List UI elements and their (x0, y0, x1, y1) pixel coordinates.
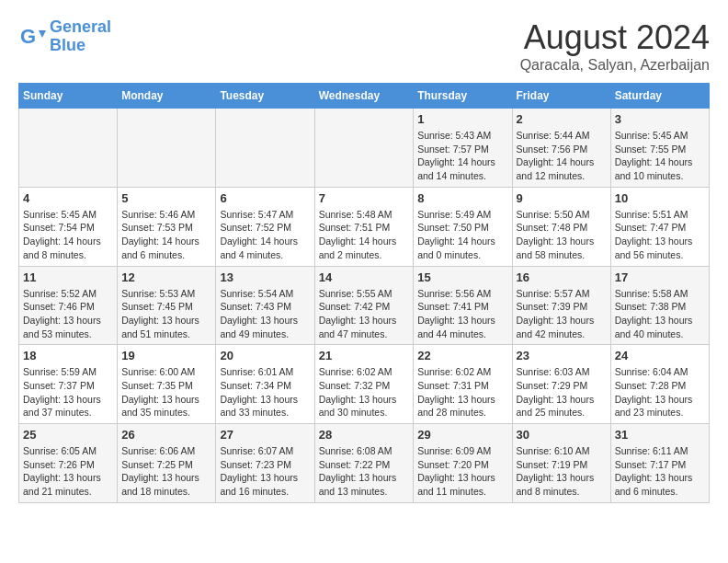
day-number: 20 (220, 349, 310, 362)
calendar-week-row: 11Sunrise: 5:52 AMSunset: 7:46 PMDayligh… (19, 266, 710, 345)
day-number: 22 (417, 349, 507, 362)
weekday-header: Thursday (414, 84, 512, 109)
calendar-day-cell: 31Sunrise: 6:11 AMSunset: 7:17 PMDayligh… (610, 424, 709, 503)
calendar-day-cell: 25Sunrise: 6:05 AMSunset: 7:26 PMDayligh… (19, 424, 118, 503)
calendar-body: 1Sunrise: 5:43 AMSunset: 7:57 PMDaylight… (19, 109, 710, 503)
day-number: 18 (23, 349, 113, 362)
weekday-header: Saturday (610, 84, 709, 109)
day-number: 15 (417, 270, 507, 284)
calendar-day-cell: 10Sunrise: 5:51 AMSunset: 7:47 PMDayligh… (610, 187, 709, 266)
calendar-day-cell: 27Sunrise: 6:07 AMSunset: 7:23 PMDayligh… (216, 424, 314, 503)
svg-text:G: G (20, 25, 36, 48)
day-number: 23 (517, 349, 607, 362)
calendar-day-cell: 15Sunrise: 5:56 AMSunset: 7:41 PMDayligh… (414, 266, 512, 345)
calendar-day-cell: 28Sunrise: 6:08 AMSunset: 7:22 PMDayligh… (314, 424, 414, 503)
day-info: Sunrise: 6:10 AMSunset: 7:19 PMDaylight:… (517, 444, 607, 499)
calendar-day-cell: 14Sunrise: 5:55 AMSunset: 7:42 PMDayligh… (314, 266, 414, 345)
day-number: 1 (417, 112, 507, 126)
day-info: Sunrise: 6:05 AMSunset: 7:26 PMDaylight:… (23, 444, 113, 499)
day-info: Sunrise: 6:01 AMSunset: 7:34 PMDaylight:… (220, 365, 310, 419)
day-info: Sunrise: 6:09 AMSunset: 7:20 PMDaylight:… (417, 444, 507, 499)
day-number: 7 (319, 191, 410, 205)
calendar-day-cell: 17Sunrise: 5:58 AMSunset: 7:38 PMDayligh… (610, 266, 709, 345)
logo-icon: G (18, 23, 46, 51)
day-info: Sunrise: 6:08 AMSunset: 7:22 PMDaylight:… (319, 444, 410, 499)
calendar-day-cell: 13Sunrise: 5:54 AMSunset: 7:43 PMDayligh… (216, 266, 314, 345)
weekday-header: Sunday (19, 84, 118, 109)
day-info: Sunrise: 5:58 AMSunset: 7:38 PMDaylight:… (615, 287, 705, 341)
weekday-header-row: SundayMondayTuesdayWednesdayThursdayFrid… (19, 84, 710, 109)
day-number: 31 (615, 428, 705, 442)
day-number: 6 (220, 191, 310, 205)
month-year: August 2024 (520, 18, 710, 57)
day-info: Sunrise: 5:57 AMSunset: 7:39 PMDaylight:… (517, 287, 607, 341)
weekday-header: Monday (118, 84, 216, 109)
day-info: Sunrise: 5:56 AMSunset: 7:41 PMDaylight:… (417, 287, 507, 341)
calendar-day-cell: 8Sunrise: 5:49 AMSunset: 7:50 PMDaylight… (414, 187, 512, 266)
svg-marker-1 (39, 30, 46, 38)
day-info: Sunrise: 6:11 AMSunset: 7:17 PMDaylight:… (615, 444, 705, 499)
calendar-day-cell: 24Sunrise: 6:04 AMSunset: 7:28 PMDayligh… (610, 345, 709, 424)
weekday-header: Friday (512, 84, 610, 109)
calendar-day-cell: 9Sunrise: 5:50 AMSunset: 7:48 PMDaylight… (512, 187, 610, 266)
logo-text: General Blue (50, 18, 111, 55)
day-number: 13 (220, 270, 310, 284)
day-number: 14 (319, 270, 410, 284)
day-number: 30 (517, 428, 607, 442)
day-info: Sunrise: 5:47 AMSunset: 7:52 PMDaylight:… (220, 208, 310, 262)
calendar-day-cell: 21Sunrise: 6:02 AMSunset: 7:32 PMDayligh… (314, 345, 414, 424)
calendar-week-row: 4Sunrise: 5:45 AMSunset: 7:54 PMDaylight… (19, 187, 710, 266)
page-header: G General Blue August 2024 Qaracala, Sal… (18, 18, 710, 74)
calendar-day-cell: 12Sunrise: 5:53 AMSunset: 7:45 PMDayligh… (118, 266, 216, 345)
day-info: Sunrise: 6:07 AMSunset: 7:23 PMDaylight:… (220, 444, 310, 499)
calendar-day-cell: 26Sunrise: 6:06 AMSunset: 7:25 PMDayligh… (118, 424, 216, 503)
day-info: Sunrise: 6:04 AMSunset: 7:28 PMDaylight:… (615, 365, 705, 419)
logo: G General Blue (18, 18, 111, 55)
day-number: 3 (615, 112, 705, 126)
calendar-day-cell (216, 109, 314, 188)
day-info: Sunrise: 5:53 AMSunset: 7:45 PMDaylight:… (121, 287, 211, 341)
day-number: 12 (121, 270, 211, 284)
day-info: Sunrise: 5:48 AMSunset: 7:51 PMDaylight:… (319, 208, 410, 262)
calendar-day-cell: 3Sunrise: 5:45 AMSunset: 7:55 PMDaylight… (610, 109, 709, 188)
calendar-week-row: 25Sunrise: 6:05 AMSunset: 7:26 PMDayligh… (19, 424, 710, 503)
calendar-day-cell: 16Sunrise: 5:57 AMSunset: 7:39 PMDayligh… (512, 266, 610, 345)
weekday-header: Wednesday (314, 84, 414, 109)
day-info: Sunrise: 5:46 AMSunset: 7:53 PMDaylight:… (121, 208, 211, 262)
day-number: 26 (121, 428, 211, 442)
day-info: Sunrise: 5:45 AMSunset: 7:54 PMDaylight:… (23, 208, 113, 262)
title-block: August 2024 Qaracala, Salyan, Azerbaijan (520, 18, 710, 74)
calendar-day-cell: 4Sunrise: 5:45 AMSunset: 7:54 PMDaylight… (19, 187, 118, 266)
day-number: 8 (417, 191, 507, 205)
day-info: Sunrise: 6:06 AMSunset: 7:25 PMDaylight:… (121, 444, 211, 499)
calendar-day-cell: 6Sunrise: 5:47 AMSunset: 7:52 PMDaylight… (216, 187, 314, 266)
calendar-week-row: 18Sunrise: 5:59 AMSunset: 7:37 PMDayligh… (19, 345, 710, 424)
day-number: 19 (121, 349, 211, 362)
day-info: Sunrise: 6:02 AMSunset: 7:31 PMDaylight:… (417, 365, 507, 419)
day-info: Sunrise: 6:00 AMSunset: 7:35 PMDaylight:… (121, 365, 211, 419)
calendar-day-cell: 23Sunrise: 6:03 AMSunset: 7:29 PMDayligh… (512, 345, 610, 424)
calendar-day-cell (314, 109, 414, 188)
calendar-table: SundayMondayTuesdayWednesdayThursdayFrid… (18, 83, 710, 503)
location: Qaracala, Salyan, Azerbaijan (520, 57, 710, 74)
day-number: 17 (615, 270, 705, 284)
weekday-header: Tuesday (216, 84, 314, 109)
day-info: Sunrise: 6:03 AMSunset: 7:29 PMDaylight:… (517, 365, 607, 419)
calendar-week-row: 1Sunrise: 5:43 AMSunset: 7:57 PMDaylight… (19, 109, 710, 188)
day-number: 10 (615, 191, 705, 205)
day-number: 24 (615, 349, 705, 362)
calendar-day-cell: 2Sunrise: 5:44 AMSunset: 7:56 PMDaylight… (512, 109, 610, 188)
day-info: Sunrise: 5:59 AMSunset: 7:37 PMDaylight:… (23, 365, 113, 419)
day-info: Sunrise: 5:45 AMSunset: 7:55 PMDaylight:… (615, 129, 705, 183)
day-number: 29 (417, 428, 507, 442)
day-number: 11 (23, 270, 113, 284)
day-number: 25 (23, 428, 113, 442)
day-number: 16 (517, 270, 607, 284)
day-info: Sunrise: 5:43 AMSunset: 7:57 PMDaylight:… (417, 129, 507, 183)
day-info: Sunrise: 5:44 AMSunset: 7:56 PMDaylight:… (517, 129, 607, 183)
day-number: 4 (23, 191, 113, 205)
day-number: 5 (121, 191, 211, 205)
day-number: 9 (517, 191, 607, 205)
day-info: Sunrise: 5:49 AMSunset: 7:50 PMDaylight:… (417, 208, 507, 262)
calendar-day-cell: 18Sunrise: 5:59 AMSunset: 7:37 PMDayligh… (19, 345, 118, 424)
